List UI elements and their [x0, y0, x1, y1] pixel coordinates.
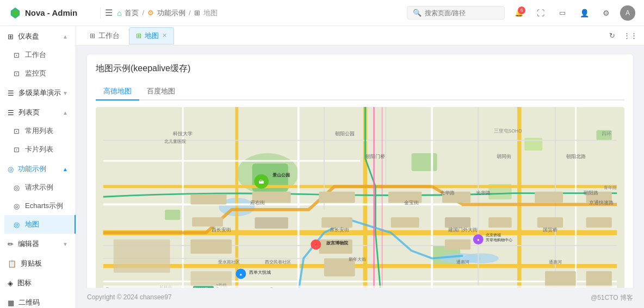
- topbar-divider: [100, 8, 101, 18]
- features-chevron: ▲: [63, 166, 68, 172]
- echarts-label: Echarts示例: [25, 201, 63, 211]
- topbar-menu-icon[interactable]: ☰: [105, 8, 113, 18]
- breadcrumb-func[interactable]: 功能示例: [157, 8, 185, 18]
- dashboard-submenu: ⊡ 工作台 ⊡ 监控页: [0, 46, 76, 83]
- qrcode-label: 二维码: [18, 298, 40, 307]
- dashboard-icon: ⊞: [8, 33, 14, 41]
- svg-rect-50: [535, 192, 563, 203]
- app-title: Nova - Admin: [25, 8, 77, 17]
- menu-item-request[interactable]: ◎ 请求示例: [4, 178, 76, 197]
- svg-text:光华路: 光华路: [440, 190, 455, 196]
- menu-group-header-multilevel[interactable]: ☰ 多级菜单演示 ▼: [0, 83, 76, 102]
- tab-workbench[interactable]: ⊞ 工作台: [83, 27, 127, 45]
- common-list-icon: ⊡: [12, 127, 21, 135]
- breadcrumb-home[interactable]: 首页: [125, 8, 139, 18]
- breadcrumb-sep1: /: [142, 9, 144, 17]
- svg-text:京通快速路: 京通快速路: [589, 200, 614, 205]
- dashboard-label: 仪表盘: [18, 32, 39, 41]
- menu-item-echarts[interactable]: ◎ Echarts示例: [4, 197, 76, 215]
- svg-text:📍: 📍: [313, 243, 319, 248]
- map-tab-amap[interactable]: 高德地图: [96, 83, 139, 100]
- tab-map-close[interactable]: ✕: [162, 33, 167, 39]
- workbench-label: 工作台: [25, 50, 46, 60]
- menu-item-map[interactable]: ◎ 地图: [4, 215, 76, 234]
- notification-button[interactable]: 🔔 6: [511, 5, 527, 21]
- avatar[interactable]: A: [620, 5, 635, 21]
- menu-group-header-features[interactable]: ◎ 功能示例 ▲: [0, 159, 76, 178]
- menu-group-header-qrcode[interactable]: ▦ 二维码: [0, 292, 76, 308]
- tab-workbench-icon: ⊞: [90, 32, 95, 40]
- footer-platform: @51CTO 博客: [591, 293, 633, 303]
- echarts-icon: ◎: [12, 202, 21, 210]
- svg-text:西长安街: 西长安街: [212, 227, 231, 232]
- svg-rect-38: [192, 217, 223, 227]
- user-button[interactable]: 👤: [577, 5, 592, 21]
- search-box[interactable]: 🔍: [407, 6, 505, 20]
- topbar-actions: 🔍 🔔 6 ⛶ ▭ 👤 ⚙ A: [407, 5, 635, 21]
- page-content: 地图示例(keepalive缓存) 高德地图 百度地图: [76, 46, 644, 288]
- menu-item-card-list[interactable]: ⊡ 卡片列表: [4, 140, 76, 159]
- menu-item-workbench[interactable]: ⊡ 工作台: [4, 46, 76, 64]
- tab-actions: ↻ ⋮⋮: [605, 29, 637, 43]
- search-icon: 🔍: [413, 9, 422, 17]
- qrcode-icon: ▦: [8, 299, 14, 307]
- features-label: 功能示例: [18, 164, 46, 174]
- refresh-button[interactable]: ↻: [605, 29, 619, 43]
- logo-icon: [9, 7, 22, 20]
- features-submenu: ◎ 请求示例 ◎ Echarts示例 ◎ 地图: [0, 178, 76, 234]
- fullscreen-button[interactable]: ⛶: [533, 5, 548, 21]
- topbar: Nova - Admin ☰ ⌂ 首页 / ⚙ 功能示例 / ⊞ 地图 🔍 🔔 …: [0, 0, 644, 26]
- multilevel-icon: ☰: [8, 89, 14, 97]
- editor-icon: ✏: [8, 240, 14, 248]
- menu-group-header-dashboard[interactable]: ⊞ 仪表盘 ▲: [0, 26, 76, 46]
- breadcrumb: ⌂ 首页 / ⚙ 功能示例 / ⊞ 地图: [117, 8, 403, 18]
- svg-text:府右街: 府右街: [250, 200, 265, 205]
- svg-text:故宫博物院: 故宫博物院: [326, 240, 349, 246]
- footer-copyright: Copyright © 2024 chansee97: [87, 293, 172, 303]
- layout-button[interactable]: ▭: [555, 5, 570, 21]
- svg-text:国贸桥: 国贸桥: [543, 227, 558, 232]
- menu-group-dashboard: ⊞ 仪表盘 ▲ ⊡ 工作台 ⊡ 监控页: [0, 26, 76, 83]
- menu-group-header-clipboard[interactable]: 📋 剪贴板: [0, 253, 76, 273]
- menu-group-qrcode: ▦ 二维码: [0, 292, 76, 308]
- svg-rect-54: [114, 240, 170, 273]
- menu-group-multilevel: ☰ 多级菜单演示 ▼: [0, 83, 76, 102]
- monitor-icon: ⊡: [12, 69, 21, 78]
- svg-text:青年路: 青年路: [604, 185, 617, 190]
- svg-text:新年大街: 新年大街: [349, 257, 366, 262]
- breadcrumb-func-icon: ⚙: [147, 9, 154, 17]
- listpage-submenu: ⊡ 常用列表 ⊡ 卡片列表: [0, 122, 76, 159]
- svg-text:芳草地购物中心: 芳草地购物中心: [486, 238, 512, 242]
- svg-text:🏔: 🏔: [259, 179, 264, 185]
- menu-group-header-editor[interactable]: ✏ 编辑器 ▼: [0, 234, 76, 253]
- tab-more-button[interactable]: ⋮⋮: [623, 29, 637, 43]
- svg-rect-58: [545, 271, 576, 287]
- menu-item-monitor[interactable]: ⊡ 监控页: [4, 64, 76, 83]
- map-menu-icon: ◎: [12, 220, 21, 229]
- svg-text:高德地图: 高德地图: [193, 287, 208, 288]
- svg-rect-45: [391, 217, 419, 228]
- svg-text:●: ●: [240, 272, 243, 277]
- svg-rect-49: [488, 217, 512, 228]
- search-input[interactable]: [425, 9, 499, 17]
- tab-map[interactable]: ⊞ 地图 ✕: [129, 27, 174, 45]
- workbench-icon: ⊡: [12, 51, 21, 59]
- menu-item-common-list[interactable]: ⊡ 常用列表: [4, 122, 76, 140]
- listpage-chevron: ▲: [63, 110, 68, 116]
- clipboard-icon: 📋: [8, 260, 16, 268]
- notification-badge: 6: [518, 7, 525, 14]
- svg-text:建国门外大街: 建国门外大街: [448, 227, 478, 232]
- layout-icon: ▭: [559, 9, 566, 17]
- settings-button[interactable]: ⚙: [598, 5, 614, 21]
- breadcrumb-sep2: /: [189, 9, 191, 17]
- menu-group-header-icons[interactable]: ◈ 图标: [0, 273, 76, 292]
- editor-label: 编辑器: [18, 239, 39, 249]
- menu-group-header-listpage[interactable]: ☰ 列表页 ▲: [0, 102, 76, 122]
- map-tab-bmap[interactable]: 百度地图: [139, 83, 183, 100]
- svg-text:四环: 四环: [602, 131, 611, 136]
- request-label: 请求示例: [25, 183, 53, 192]
- icons-menu-icon: ◈: [8, 279, 13, 287]
- svg-text:胡同街: 胡同街: [497, 154, 511, 159]
- svg-text:●: ●: [477, 237, 480, 242]
- svg-text:三里屯SOHO: 三里屯SOHO: [494, 128, 522, 134]
